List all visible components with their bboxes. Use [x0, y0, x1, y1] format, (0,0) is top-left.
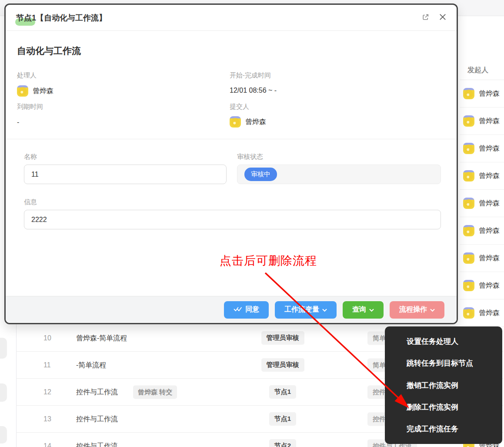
user-name: 曾烨森 [33, 87, 53, 96]
initiator-name: 曾烨森 [479, 309, 500, 318]
agree-button[interactable]: 同意 [224, 301, 269, 319]
info-field-label: 信息 [24, 198, 37, 206]
initiator-cell: 曾烨森 [460, 135, 504, 162]
name-field-label: 名称 [24, 153, 37, 161]
row-index: 14 [43, 442, 51, 447]
sidebar-stub [0, 383, 7, 402]
time-value: 12/01 08:56 ~ - [230, 87, 277, 94]
due-time-value: - [17, 118, 19, 126]
initiator-name: 曾烨森 [479, 199, 500, 208]
workflow-variables-button[interactable]: 工作流变量 [275, 301, 337, 319]
process-operations-menu: 设置任务处理人 跳转任务到目标节点 撤销工作流实例 删除工作流实例 完成工作流任… [385, 326, 502, 444]
menu-item-jump-task-to-node[interactable]: 跳转任务到目标节点 [385, 352, 502, 374]
initiator-name: 曾烨森 [479, 117, 500, 126]
menu-item-set-task-handler[interactable]: 设置任务处理人 [385, 330, 502, 352]
initiator-name: 曾烨森 [479, 144, 500, 153]
avatar [463, 225, 474, 236]
initiator-column-header: 发起人 [460, 64, 504, 80]
avatar [230, 116, 241, 128]
initiator-cell: 曾烨森 [460, 162, 504, 190]
dialog-footer: 同意 工作流变量 查询 流程操作 [6, 296, 457, 323]
row-index: 13 [43, 415, 51, 423]
initiator-cell: 曾烨森 [460, 190, 504, 217]
row-name: 曾烨森-简单流程 [76, 333, 127, 343]
avatar [17, 85, 28, 97]
sidebar-stub [0, 426, 7, 444]
chevron-down-icon [430, 306, 435, 314]
menu-item-complete-workflow-task[interactable]: 完成工作流任务 [385, 418, 502, 440]
initiator-name: 曾烨森 [479, 254, 500, 263]
initiator-name: 曾烨森 [479, 226, 500, 235]
status-field-label: 审核状态 [237, 153, 263, 161]
initiator-name: 曾烨森 [479, 171, 500, 181]
row-index: 11 [43, 361, 51, 369]
menu-item-revoke-workflow-instance[interactable]: 撤销工作流实例 [385, 374, 502, 396]
handler-value: 曾烨森 [17, 85, 53, 97]
row-index: 12 [43, 388, 51, 396]
row-name: -简单流程 [76, 360, 106, 370]
avatar [463, 88, 474, 99]
name-input[interactable] [24, 165, 227, 184]
section-divider [6, 139, 457, 139]
status-field: 审核中 [237, 165, 441, 184]
button-label: 工作流变量 [284, 305, 319, 314]
node-badge: 节点1 [269, 412, 296, 426]
initiator-cell: 曾烨森 [460, 108, 504, 135]
button-label: 同意 [245, 305, 259, 314]
initiator-cell: 曾烨森 [460, 217, 504, 245]
dialog-title: 节点1【自动化与工作流】 [16, 13, 107, 23]
node-badge: 节点2 [269, 439, 296, 447]
chevron-down-icon [322, 306, 327, 314]
time-label: 开始-完成时间 [230, 71, 271, 80]
avatar [463, 307, 474, 319]
query-button[interactable]: 查询 [343, 301, 384, 319]
row-name: 控件与工作流 [76, 414, 118, 423]
due-time-label: 到期时间 [17, 103, 43, 111]
status-badge: 审核中 [244, 168, 277, 181]
initiator-cell: 曾烨森 [460, 299, 504, 327]
row-name: 控件与工作流 [76, 387, 118, 397]
avatar [463, 115, 474, 127]
avatar [463, 198, 474, 209]
row-index: 10 [43, 334, 51, 342]
button-label: 查询 [352, 305, 366, 314]
section-title: 自动化与工作流 [17, 45, 81, 57]
initiator-cell: 曾烨森 [460, 272, 504, 299]
double-check-icon [234, 306, 242, 314]
transfer-tag: 曾烨森 转交 [133, 385, 177, 399]
user-name: 曾烨森 [245, 118, 266, 127]
initiator-name: 曾烨森 [479, 89, 500, 98]
row-name: 控件与工作流 [76, 441, 118, 447]
node-badge: 管理员审核 [261, 358, 304, 372]
avatar [463, 252, 474, 264]
initiator-name: 曾烨森 [479, 281, 500, 290]
avatar [463, 143, 474, 154]
column-header-label: 发起人 [467, 66, 488, 75]
node-badge: 管理员审核 [261, 331, 304, 345]
task-detail-dialog: 节点1【自动化与工作流】 自动化与工作流 处理人 曾烨森 [4, 3, 458, 324]
open-in-new-icon[interactable] [421, 13, 430, 21]
initiator-cell: 曾烨森 [460, 80, 504, 108]
button-label: 流程操作 [399, 305, 427, 314]
menu-item-delete-workflow-instance[interactable]: 删除工作流实例 [385, 396, 502, 418]
submitter-label: 提交人 [230, 103, 249, 111]
handler-label: 处理人 [17, 71, 37, 80]
sidebar-stub [0, 338, 7, 359]
workflow-page: 发起人 曾烨森 曾烨森 曾烨森 曾烨森 曾烨森 曾烨森 曾烨森 曾烨森 曾烨森 … [0, 0, 504, 447]
dialog-header: 节点1【自动化与工作流】 [6, 5, 457, 31]
info-input[interactable] [24, 210, 441, 229]
node-badge: 节点1 [269, 385, 296, 399]
annotation-text: 点击后可删除流程 [220, 253, 317, 269]
process-operations-button[interactable]: 流程操作 [390, 301, 444, 319]
avatar [463, 170, 474, 181]
close-icon[interactable] [438, 13, 447, 21]
submitter-value: 曾烨森 [230, 116, 266, 128]
initiator-cell: 曾烨森 [460, 245, 504, 272]
chevron-down-icon [369, 306, 374, 314]
avatar [463, 280, 474, 291]
